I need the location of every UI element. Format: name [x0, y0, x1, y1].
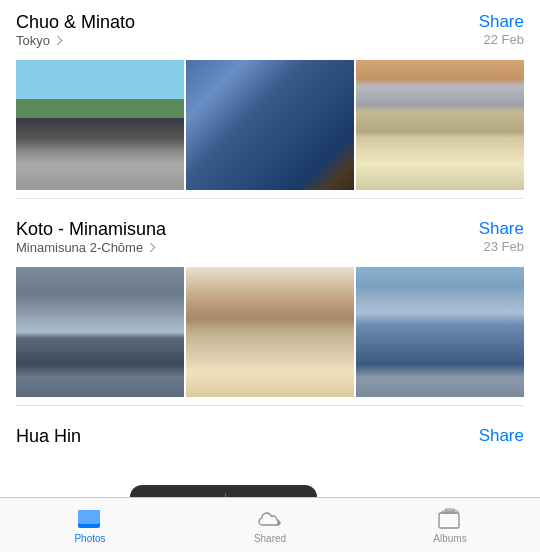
separator-1	[16, 198, 524, 199]
photo-grey-street[interactable]	[16, 267, 184, 397]
location-title-hua-hin: Hua Hin	[16, 426, 81, 447]
context-menu: Copy Hide	[130, 485, 317, 497]
date-koto: 23 Feb	[484, 239, 524, 254]
location-header-koto: Koto - Minamisuna Minamisuna 2-Chōme Sha…	[16, 219, 524, 265]
main-content: Chuo & Minato Tokyo Share 22 Feb Koto - …	[0, 0, 540, 497]
location-title-koto: Koto - Minamisuna Minamisuna 2-Chōme	[16, 219, 166, 265]
photo-selfie[interactable]	[186, 267, 354, 397]
photo-sushi-bar[interactable]	[356, 60, 524, 190]
svg-rect-2	[439, 513, 459, 528]
location-header-hua-hin: Hua Hin Share	[16, 426, 524, 447]
share-button-chuo[interactable]: Share	[479, 12, 524, 32]
tab-shared[interactable]: Shared	[180, 498, 360, 552]
separator-2	[16, 405, 524, 406]
photo-row-koto	[16, 267, 524, 397]
photos-icon	[76, 507, 104, 531]
svg-rect-1	[78, 510, 100, 524]
photo-blue-street[interactable]	[356, 267, 524, 397]
albums-icon	[436, 507, 464, 531]
photo-city-street[interactable]	[16, 60, 184, 190]
tab-photos[interactable]: Photos	[0, 498, 180, 552]
date-chuo: 22 Feb	[484, 32, 524, 47]
share-button-koto[interactable]: Share	[479, 219, 524, 239]
photos-svg-icon	[77, 507, 103, 531]
share-button-hua-hin[interactable]: Share	[479, 426, 524, 446]
photo-city-building[interactable]	[186, 60, 354, 190]
tab-bar: Photos Shared Albums	[0, 497, 540, 552]
location-section-koto: Koto - Minamisuna Minamisuna 2-Chōme Sha…	[0, 207, 540, 397]
photos-tab-label: Photos	[74, 533, 105, 544]
chevron-icon-2	[146, 242, 156, 252]
albums-tab-label: Albums	[433, 533, 466, 544]
location-section-chuo: Chuo & Minato Tokyo Share 22 Feb	[0, 0, 540, 190]
photo-row-chuo	[16, 60, 524, 190]
shared-icon	[256, 507, 284, 531]
svg-rect-4	[445, 509, 455, 511]
hide-menu-item[interactable]: Hide	[226, 485, 317, 497]
shared-tab-label: Shared	[254, 533, 286, 544]
tab-albums[interactable]: Albums	[360, 498, 540, 552]
cloud-svg-icon	[256, 508, 284, 530]
location-title-chuo: Chuo & Minato Tokyo	[16, 12, 135, 58]
copy-menu-item[interactable]: Copy	[130, 485, 226, 497]
location-section-hua-hin: Hua Hin Share	[0, 414, 540, 447]
location-header-chuo: Chuo & Minato Tokyo Share 22 Feb	[16, 12, 524, 58]
chevron-icon	[53, 35, 63, 45]
albums-svg-icon	[437, 508, 463, 530]
